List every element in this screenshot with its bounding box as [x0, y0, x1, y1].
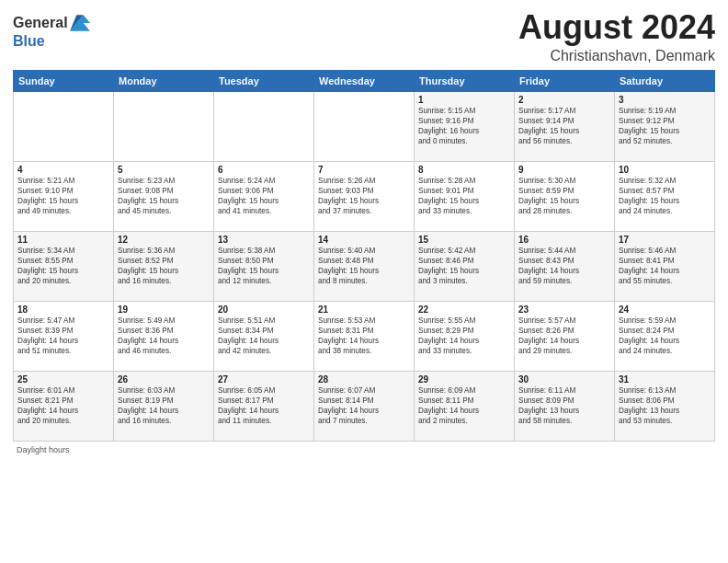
day-cell: 3Sunrise: 5:19 AM Sunset: 9:12 PM Daylig…	[615, 91, 715, 161]
title-area: August 2024 Christianshavn, Denmark	[518, 9, 715, 64]
day-info: Sunrise: 5:36 AM Sunset: 8:52 PM Dayligh…	[118, 246, 210, 286]
day-cell: 7Sunrise: 5:26 AM Sunset: 9:03 PM Daylig…	[314, 161, 415, 231]
day-info: Sunrise: 5:44 AM Sunset: 8:43 PM Dayligh…	[518, 246, 610, 286]
day-number: 10	[619, 165, 711, 175]
day-cell: 24Sunrise: 5:59 AM Sunset: 8:24 PM Dayli…	[615, 301, 715, 371]
logo-icon	[70, 13, 90, 33]
day-cell	[14, 91, 114, 161]
day-info: Sunrise: 5:49 AM Sunset: 8:36 PM Dayligh…	[118, 316, 210, 356]
header-row: SundayMondayTuesdayWednesdayThursdayFrid…	[14, 70, 715, 91]
day-cell	[314, 91, 415, 161]
day-number: 30	[518, 374, 610, 385]
col-header-thursday: Thursday	[415, 70, 515, 91]
day-number: 17	[619, 235, 711, 245]
day-cell: 18Sunrise: 5:47 AM Sunset: 8:39 PM Dayli…	[14, 301, 114, 371]
day-number: 20	[218, 304, 310, 315]
day-info: Sunrise: 5:42 AM Sunset: 8:46 PM Dayligh…	[418, 246, 510, 286]
day-info: Sunrise: 5:57 AM Sunset: 8:26 PM Dayligh…	[518, 316, 610, 356]
day-info: Sunrise: 5:26 AM Sunset: 9:03 PM Dayligh…	[318, 176, 410, 216]
day-number: 3	[619, 95, 711, 105]
page: General Blue August 2024 Christianshavn,…	[0, 0, 728, 462]
day-number: 21	[318, 304, 410, 315]
day-info: Sunrise: 5:38 AM Sunset: 8:50 PM Dayligh…	[218, 246, 310, 286]
week-row-4: 18Sunrise: 5:47 AM Sunset: 8:39 PM Dayli…	[14, 301, 715, 371]
day-cell: 31Sunrise: 6:13 AM Sunset: 8:06 PM Dayli…	[615, 371, 715, 441]
day-number: 4	[17, 165, 109, 175]
day-number: 18	[17, 304, 109, 315]
logo-blue: Blue	[13, 33, 45, 50]
day-number: 9	[518, 165, 610, 175]
day-info: Sunrise: 5:40 AM Sunset: 8:48 PM Dayligh…	[318, 246, 410, 286]
day-number: 24	[619, 304, 711, 315]
col-header-monday: Monday	[114, 70, 214, 91]
day-cell: 11Sunrise: 5:34 AM Sunset: 8:55 PM Dayli…	[14, 231, 114, 301]
day-number: 13	[218, 235, 310, 245]
day-number: 2	[518, 95, 610, 105]
day-cell: 25Sunrise: 6:01 AM Sunset: 8:21 PM Dayli…	[14, 371, 114, 441]
day-cell: 8Sunrise: 5:28 AM Sunset: 9:01 PM Daylig…	[415, 161, 515, 231]
day-cell: 22Sunrise: 5:55 AM Sunset: 8:29 PM Dayli…	[415, 301, 515, 371]
day-number: 8	[418, 165, 510, 175]
week-row-2: 4Sunrise: 5:21 AM Sunset: 9:10 PM Daylig…	[14, 161, 715, 231]
day-info: Sunrise: 5:46 AM Sunset: 8:41 PM Dayligh…	[619, 246, 711, 286]
day-cell: 20Sunrise: 5:51 AM Sunset: 8:34 PM Dayli…	[214, 301, 314, 371]
day-cell: 16Sunrise: 5:44 AM Sunset: 8:43 PM Dayli…	[515, 231, 615, 301]
day-number: 27	[218, 374, 310, 385]
day-cell	[214, 91, 314, 161]
day-cell: 30Sunrise: 6:11 AM Sunset: 8:09 PM Dayli…	[515, 371, 615, 441]
day-info: Sunrise: 5:55 AM Sunset: 8:29 PM Dayligh…	[418, 316, 510, 356]
day-info: Sunrise: 6:13 AM Sunset: 8:06 PM Dayligh…	[619, 385, 711, 426]
day-cell: 27Sunrise: 6:05 AM Sunset: 8:17 PM Dayli…	[214, 371, 314, 441]
day-number: 5	[118, 165, 210, 175]
day-info: Sunrise: 6:09 AM Sunset: 8:11 PM Dayligh…	[418, 385, 510, 426]
day-cell: 4Sunrise: 5:21 AM Sunset: 9:10 PM Daylig…	[14, 161, 114, 231]
month-title: August 2024	[518, 9, 715, 46]
day-info: Sunrise: 5:51 AM Sunset: 8:34 PM Dayligh…	[218, 316, 310, 356]
day-cell	[114, 91, 214, 161]
day-info: Sunrise: 5:30 AM Sunset: 8:59 PM Dayligh…	[518, 176, 610, 216]
day-number: 22	[418, 304, 510, 315]
day-cell: 1Sunrise: 5:15 AM Sunset: 9:16 PM Daylig…	[415, 91, 515, 161]
day-cell: 29Sunrise: 6:09 AM Sunset: 8:11 PM Dayli…	[415, 371, 515, 441]
day-info: Sunrise: 5:23 AM Sunset: 9:08 PM Dayligh…	[118, 176, 210, 216]
calendar-table: SundayMondayTuesdayWednesdayThursdayFrid…	[13, 70, 715, 442]
day-info: Sunrise: 5:59 AM Sunset: 8:24 PM Dayligh…	[619, 316, 711, 356]
day-info: Sunrise: 6:11 AM Sunset: 8:09 PM Dayligh…	[518, 385, 610, 426]
day-info: Sunrise: 6:01 AM Sunset: 8:21 PM Dayligh…	[17, 385, 109, 426]
day-cell: 6Sunrise: 5:24 AM Sunset: 9:06 PM Daylig…	[214, 161, 314, 231]
footer-note: Daylight hours	[13, 445, 715, 454]
day-number: 1	[418, 95, 510, 105]
day-number: 16	[518, 235, 610, 245]
day-cell: 21Sunrise: 5:53 AM Sunset: 8:31 PM Dayli…	[314, 301, 415, 371]
location-title: Christianshavn, Denmark	[518, 48, 715, 64]
day-cell: 5Sunrise: 5:23 AM Sunset: 9:08 PM Daylig…	[114, 161, 214, 231]
day-cell: 17Sunrise: 5:46 AM Sunset: 8:41 PM Dayli…	[615, 231, 715, 301]
col-header-saturday: Saturday	[615, 70, 715, 91]
day-info: Sunrise: 5:28 AM Sunset: 9:01 PM Dayligh…	[418, 176, 510, 216]
week-row-5: 25Sunrise: 6:01 AM Sunset: 8:21 PM Dayli…	[14, 371, 715, 441]
day-info: Sunrise: 5:34 AM Sunset: 8:55 PM Dayligh…	[17, 246, 109, 286]
day-info: Sunrise: 5:24 AM Sunset: 9:06 PM Dayligh…	[218, 176, 310, 216]
day-info: Sunrise: 5:15 AM Sunset: 9:16 PM Dayligh…	[418, 106, 510, 146]
day-number: 11	[17, 235, 109, 245]
day-info: Sunrise: 5:32 AM Sunset: 8:57 PM Dayligh…	[619, 176, 711, 216]
day-info: Sunrise: 6:07 AM Sunset: 8:14 PM Dayligh…	[318, 385, 410, 426]
day-cell: 10Sunrise: 5:32 AM Sunset: 8:57 PM Dayli…	[615, 161, 715, 231]
day-number: 28	[318, 374, 410, 385]
day-info: Sunrise: 5:21 AM Sunset: 9:10 PM Dayligh…	[17, 176, 109, 216]
day-cell: 23Sunrise: 5:57 AM Sunset: 8:26 PM Dayli…	[515, 301, 615, 371]
day-info: Sunrise: 5:19 AM Sunset: 9:12 PM Dayligh…	[619, 106, 711, 146]
day-info: Sunrise: 5:17 AM Sunset: 9:14 PM Dayligh…	[518, 106, 610, 146]
day-cell: 2Sunrise: 5:17 AM Sunset: 9:14 PM Daylig…	[515, 91, 615, 161]
day-info: Sunrise: 6:05 AM Sunset: 8:17 PM Dayligh…	[218, 385, 310, 426]
week-row-1: 1Sunrise: 5:15 AM Sunset: 9:16 PM Daylig…	[14, 91, 715, 161]
day-info: Sunrise: 5:53 AM Sunset: 8:31 PM Dayligh…	[318, 316, 410, 356]
header-area: General Blue August 2024 Christianshavn,…	[13, 9, 715, 64]
day-cell: 12Sunrise: 5:36 AM Sunset: 8:52 PM Dayli…	[114, 231, 214, 301]
logo: General Blue	[13, 13, 90, 50]
day-number: 6	[218, 165, 310, 175]
day-number: 12	[118, 235, 210, 245]
day-number: 19	[118, 304, 210, 315]
day-number: 31	[619, 374, 711, 385]
col-header-friday: Friday	[515, 70, 615, 91]
